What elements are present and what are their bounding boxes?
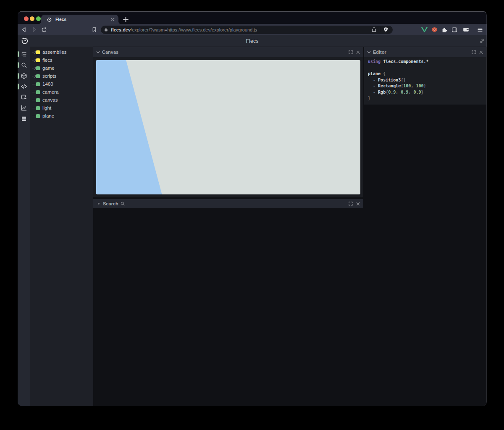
search-panel-title: Search bbox=[103, 201, 118, 206]
entity-square-icon bbox=[36, 90, 40, 94]
editor-panel-title: Editor bbox=[373, 50, 386, 55]
extension-badge-icon[interactable] bbox=[431, 26, 438, 33]
entity-square-icon bbox=[36, 50, 40, 54]
tree-item-1460[interactable]: 1460 bbox=[30, 80, 93, 88]
reload-button[interactable] bbox=[40, 26, 47, 33]
icon-rail bbox=[18, 47, 30, 406]
code-line: - Rectangle{100, 100} bbox=[368, 83, 486, 89]
viewport-sky bbox=[96, 60, 360, 194]
tree-item-light[interactable]: light bbox=[30, 104, 93, 112]
expand-icon[interactable] bbox=[472, 50, 476, 54]
collections-icon[interactable] bbox=[21, 115, 27, 122]
lock-icon bbox=[104, 27, 108, 32]
editor-panel-header: Editor bbox=[364, 47, 486, 57]
tree-item-plane[interactable]: plane bbox=[30, 112, 93, 120]
expand-icon[interactable] bbox=[349, 50, 353, 54]
canvas-panel-header: Canvas bbox=[93, 47, 363, 57]
forward-button[interactable] bbox=[31, 26, 38, 33]
code-line: plane { bbox=[368, 71, 486, 77]
tree-item-label: 1460 bbox=[42, 81, 53, 87]
canvas-3d-viewport[interactable] bbox=[96, 60, 360, 194]
url-domain: flecs.dev bbox=[111, 27, 131, 32]
editor-panel: Editor using flecs.components.* plane { … bbox=[364, 47, 486, 105]
tree-item-label: camera bbox=[42, 89, 58, 94]
entity-tree: assembliesflecsgamescripts1460cameracanv… bbox=[30, 47, 93, 406]
tree-item-game[interactable]: game bbox=[30, 64, 93, 72]
tab-favicon bbox=[47, 17, 52, 22]
search-panel-header[interactable]: Search bbox=[93, 199, 363, 208]
canvas-panel-body bbox=[93, 57, 363, 197]
entity-square-icon bbox=[36, 98, 40, 102]
tree-item-canvas[interactable]: canvas bbox=[30, 96, 93, 104]
active-indicator bbox=[18, 73, 19, 79]
tree-item-assemblies[interactable]: assemblies bbox=[30, 48, 93, 56]
bookmarks-icon[interactable] bbox=[91, 26, 98, 33]
code-line: } bbox=[368, 95, 486, 102]
url-bar[interactable]: flecs.dev /explorer/?wasm=https://www.fl… bbox=[101, 26, 393, 34]
close-icon[interactable] bbox=[479, 50, 483, 54]
browser-window: Flecs flecs.dev /explorer/?wasm=https://… bbox=[18, 11, 487, 406]
code-line: using flecs.components.* bbox=[368, 59, 486, 65]
flecs-logo-icon[interactable] bbox=[21, 37, 29, 45]
entity-square-icon bbox=[36, 82, 40, 86]
bullet-icon bbox=[98, 203, 100, 205]
tree-connector bbox=[32, 68, 34, 68]
minimize-window-button[interactable] bbox=[30, 16, 34, 21]
active-indicator bbox=[18, 62, 19, 68]
close-icon[interactable] bbox=[356, 202, 360, 206]
code-editor[interactable]: using flecs.components.* plane { - Posit… bbox=[364, 57, 486, 105]
page-title: Flecs bbox=[246, 38, 258, 44]
entity-square-icon bbox=[36, 106, 40, 110]
extensions-puzzle-icon[interactable] bbox=[441, 26, 448, 33]
tab-close-icon[interactable] bbox=[111, 18, 115, 21]
inspector-icon[interactable] bbox=[21, 94, 27, 101]
canvas-panel-title: Canvas bbox=[102, 50, 118, 55]
window-controls bbox=[24, 16, 41, 21]
entities-icon[interactable] bbox=[21, 73, 27, 79]
page-header: Flecs bbox=[18, 35, 487, 47]
browser-tab[interactable]: Flecs bbox=[41, 15, 118, 24]
tree-connector bbox=[32, 52, 34, 52]
code-line: - Rgb{0.9, 0.9, 0.9} bbox=[368, 89, 486, 96]
browser-toolbar: flecs.dev /explorer/?wasm=https://www.fl… bbox=[18, 24, 487, 35]
tree-item-flecs[interactable]: flecs bbox=[30, 56, 93, 64]
tree-connector bbox=[32, 60, 34, 60]
collapse-chevron-icon[interactable] bbox=[367, 50, 371, 54]
share-link-icon[interactable] bbox=[479, 38, 485, 44]
tree-item-label: canvas bbox=[42, 97, 58, 102]
tree-item-label: flecs bbox=[42, 58, 52, 63]
share-icon[interactable] bbox=[371, 27, 377, 32]
back-button[interactable] bbox=[21, 26, 28, 33]
active-indicator bbox=[18, 51, 19, 57]
query-search-icon[interactable] bbox=[21, 62, 27, 68]
sidebar-toggle-icon[interactable] bbox=[451, 26, 458, 33]
new-tab-button[interactable] bbox=[121, 15, 130, 24]
tab-bar: Flecs bbox=[18, 11, 487, 24]
tab-title: Flecs bbox=[55, 17, 66, 22]
active-indicator bbox=[18, 84, 19, 89]
tree-item-scripts[interactable]: scripts bbox=[30, 72, 93, 80]
brave-shield-icon[interactable] bbox=[383, 27, 388, 32]
code-line: - Position3{} bbox=[368, 77, 486, 84]
entity-square-icon bbox=[36, 58, 40, 62]
canvas-panel: Canvas Search bbox=[93, 47, 363, 197]
entity-tree-icon[interactable] bbox=[21, 51, 27, 58]
tree-connector bbox=[32, 76, 34, 76]
code-icon[interactable] bbox=[21, 83, 27, 90]
url-path: /explorer/?wasm=https://www.flecs.dev/ex… bbox=[131, 27, 257, 32]
close-icon[interactable] bbox=[356, 50, 360, 54]
expand-icon[interactable] bbox=[349, 202, 353, 206]
collapse-chevron-icon[interactable] bbox=[96, 50, 100, 54]
tree-item-camera[interactable]: camera bbox=[30, 88, 93, 96]
wallet-icon[interactable] bbox=[462, 26, 470, 33]
tree-item-label: assemblies bbox=[42, 50, 67, 55]
zoom-window-button[interactable] bbox=[36, 16, 41, 21]
tree-item-label: plane bbox=[42, 113, 54, 118]
search-icon bbox=[121, 202, 125, 206]
close-window-button[interactable] bbox=[24, 16, 29, 21]
vue-extension-icon[interactable] bbox=[421, 26, 428, 33]
menu-icon[interactable] bbox=[476, 26, 483, 33]
entity-square-icon bbox=[36, 74, 40, 78]
statistics-icon[interactable] bbox=[21, 105, 27, 111]
entity-square-icon bbox=[36, 114, 40, 118]
